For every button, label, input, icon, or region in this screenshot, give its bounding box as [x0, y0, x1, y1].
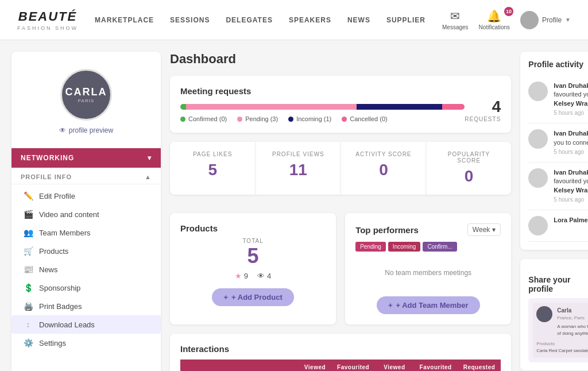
nav-marketplace[interactable]: MARKETPLACE: [95, 16, 154, 24]
confirmed-label: Confirmed (0): [188, 115, 227, 122]
top-performers-tabs: Pending Incoming Confirm...: [355, 242, 501, 252]
logo-sub: FASHION SHOW: [17, 25, 78, 31]
sidebar-item-sponsorship[interactable]: 💲 Sponsorship: [11, 279, 161, 297]
meeting-total-label: REQUESTS: [465, 116, 501, 122]
nav-supplier[interactable]: SUPPLIER: [386, 16, 425, 24]
stat-value-activity-score: 0: [350, 161, 417, 179]
preview-label: profile preview: [69, 126, 113, 134]
incoming-label: Incoming (1): [296, 115, 331, 122]
incoming-bar: [357, 104, 442, 110]
sidebar-item-news[interactable]: 📰 News: [11, 260, 161, 279]
activity-product: Kelsey Wrap Dress.: [554, 187, 588, 194]
interactions-table: ViewedProfile FavouritedProfile ViewedPr…: [180, 360, 501, 371]
views-count: 4: [267, 272, 271, 280]
sidebar-item-team-members[interactable]: 👥 Team Members: [11, 223, 161, 242]
legend-incoming: Incoming (1): [288, 115, 331, 122]
header: BEAUTÉ FASHION SHOW MARKETPLACE SESSIONS…: [0, 0, 588, 40]
share-preview: Carla France, Paris A woman who finds yo…: [528, 298, 588, 362]
col-role: [244, 360, 273, 371]
col-favourited-products: FavouritedProducts: [414, 360, 458, 371]
sidebar-item-settings[interactable]: ⚙️ Settings: [11, 334, 161, 352]
download-icon: ↕️: [23, 320, 33, 329]
tab-confirmed[interactable]: Confirm...: [423, 242, 457, 252]
add-product-button[interactable]: + + Add Product: [212, 288, 293, 306]
stats-row: PAGE LIKES 5 PROFILE VIEWS 11 ACTIVITY S…: [170, 142, 511, 195]
interactions-header-row: ViewedProfile FavouritedProfile ViewedPr…: [180, 360, 501, 371]
sidebar-logo-text: CARLA: [65, 86, 107, 98]
confirmed-bar: [180, 104, 186, 110]
top-performers-title: Top performers: [355, 225, 419, 235]
share-profile-header: Share your profile T f in: [528, 267, 588, 298]
messages-button[interactable]: ✉ Messages: [442, 9, 469, 30]
activity-item: Ivan Druhak has added you to connections…: [528, 123, 588, 163]
activity-name: Ivan Druhak: [554, 169, 588, 176]
legend-confirmed: Confirmed (0): [180, 115, 227, 122]
activity-avatar: [528, 216, 548, 235]
interactions-card: Interactions ViewedProfile FavouritedPro…: [170, 334, 511, 371]
stat-activity-score: ACTIVITY SCORE 0: [341, 142, 426, 195]
pending-label: Pending (3): [245, 115, 278, 122]
notifications-badge: 10: [504, 7, 513, 16]
share-profile-card: Share your profile T f in Carla France, …: [520, 259, 588, 370]
sidebar-item-label: Video and content: [39, 210, 99, 219]
profile-preview-link[interactable]: 👁 profile preview: [59, 126, 113, 134]
profile-activity-title: Profile activity: [528, 60, 583, 69]
meeting-requests-card: Meeting requests Confirmed (0): [170, 76, 511, 133]
activity-text: Ivan Druhak has favourited your product …: [554, 82, 588, 117]
sidebar-item-products[interactable]: 🛒 Products: [11, 242, 161, 260]
col-name: [195, 360, 244, 371]
sidebar-item-print-badges[interactable]: 🖨️ Print Badges: [11, 297, 161, 315]
nav-speakers[interactable]: SPEAKERS: [289, 16, 331, 24]
sidebar-avatar-area: CARLA PARIS 👁 profile preview: [11, 52, 161, 144]
profile-avatar: [520, 11, 539, 29]
eye-icon: 👁: [59, 126, 66, 134]
nav-sessions[interactable]: SESSIONS: [170, 16, 210, 24]
activity-item: Ivan Druhak has favourited your product …: [528, 163, 588, 210]
sidebar-item-label: News: [39, 265, 58, 274]
confirmed-dot: [180, 117, 185, 122]
add-team-icon: +: [388, 301, 393, 310]
print-icon: 🖨️: [23, 302, 33, 311]
add-icon: +: [223, 293, 228, 302]
notifications-icon: 🔔: [487, 9, 501, 23]
sidebar-item-label: Settings: [39, 339, 66, 347]
eye-icon: 👁: [257, 272, 265, 280]
product-total-val: 5: [180, 244, 326, 268]
add-team-label: + Add Team Member: [396, 301, 469, 310]
activity-time: 5 hours ago: [554, 148, 588, 156]
nav-news[interactable]: NEWS: [347, 16, 370, 24]
sidebar-logo-sub: PARIS: [78, 98, 95, 103]
interactions-title: Interactions: [180, 344, 501, 354]
sidebar-item-edit-profile[interactable]: ✏️ Edit Profile: [11, 187, 161, 205]
sponsorship-icon: 💲: [23, 283, 33, 292]
notifications-label: Notifications: [479, 24, 510, 30]
profile-nav-label: Profile: [542, 16, 562, 24]
profile-nav[interactable]: Profile ▼: [520, 11, 571, 29]
top-performers-header: Top performers Week ▾: [355, 223, 501, 236]
networking-bar[interactable]: NETWORKING ▾: [11, 148, 161, 168]
sidebar-item-video-content[interactable]: 🎬 Video and content: [11, 205, 161, 223]
stat-value-profile-views: 11: [265, 161, 332, 179]
sidebar-item-label: Edit Profile: [39, 192, 75, 200]
meeting-requests-title: Meeting requests: [180, 86, 465, 96]
dashboard: Dashboard Meeting requests: [170, 52, 511, 371]
notifications-button[interactable]: 🔔 10 Notifications: [479, 9, 510, 30]
sidebar-logo: CARLA PARIS: [60, 69, 112, 121]
share-title: Share your profile: [528, 275, 588, 293]
week-dropdown[interactable]: Week ▾: [467, 223, 501, 236]
meeting-total: 4: [465, 98, 501, 116]
nav-delegates[interactable]: DELEGATES: [226, 16, 272, 24]
tab-incoming[interactable]: Incoming: [388, 242, 421, 252]
cancelled-label: Cancelled (0): [350, 115, 387, 122]
tab-pending[interactable]: Pending: [355, 242, 386, 252]
sidebar-item-label: Download Leads: [39, 320, 95, 329]
add-team-member-button[interactable]: + + Add Team Member: [377, 296, 480, 314]
products-icon: 🛒: [23, 246, 33, 256]
activity-avatar: [528, 129, 548, 149]
pending-dot: [237, 117, 242, 122]
stat-profile-views: PROFILE VIEWS 11: [256, 142, 341, 195]
sidebar-item-download-leads[interactable]: ↕️ Download Leads: [11, 315, 161, 334]
stat-page-likes: PAGE LIKES 5: [170, 142, 256, 195]
profile-info-chevron-icon: ▲: [145, 173, 152, 180]
col-viewed-profile: ViewedProfile: [299, 360, 331, 371]
